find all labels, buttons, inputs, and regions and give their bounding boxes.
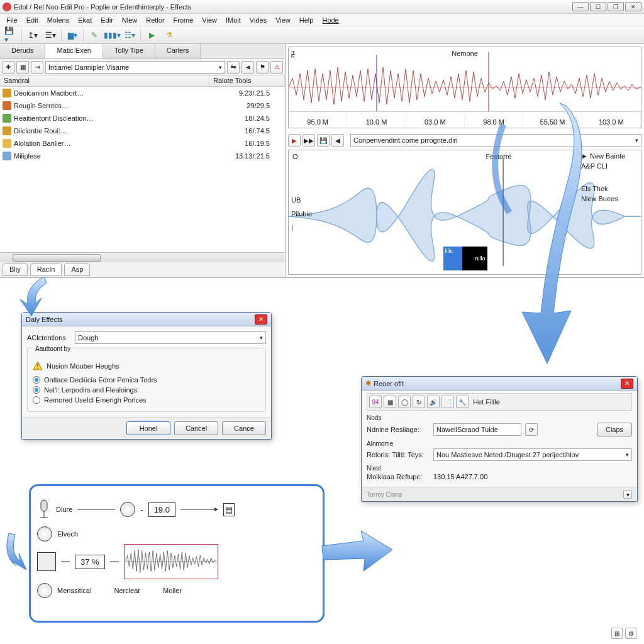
flask-icon[interactable]: ⚗ [162, 28, 176, 42]
cance-button[interactable]: Cance [222, 421, 266, 435]
cancel-button[interactable]: Cancel [174, 421, 218, 435]
menu-retlor[interactable]: Retlor [142, 15, 168, 25]
menubar: File Edit Molens Ekat Edir Nlew Retlor F… [0, 14, 644, 26]
menu-view2[interactable]: View [272, 15, 294, 25]
time-ruler[interactable]: 95.0 M10.0 M03.0 M98.0 M55,50 M103.0 M [289, 111, 641, 128]
col-samdral[interactable]: Samdral [0, 75, 209, 86]
tool-wrench-icon[interactable]: 🔧 [456, 396, 469, 408]
percent-value[interactable]: 37 % [75, 555, 105, 569]
gain-knob[interactable] [120, 502, 135, 517]
prev-button[interactable]: ◄ [242, 61, 254, 74]
tab-matic-exen[interactable]: Matic Exen [45, 44, 103, 58]
menu-hode[interactable]: Hode [318, 15, 342, 25]
menu-help[interactable]: Help [296, 15, 318, 25]
elvech-knob[interactable] [37, 526, 52, 541]
svg-text:!: ! [36, 362, 38, 370]
close-icon[interactable]: ✕ [621, 379, 633, 389]
claps-button[interactable]: Claps [597, 423, 632, 436]
tab-carlers[interactable]: Carlers [155, 44, 201, 58]
tab-tolly-tipe[interactable]: Tolly Tipe [103, 44, 155, 58]
tab-racin[interactable]: RacIn [30, 264, 62, 276]
list-item[interactable]: Reaitientont Discleation…18/.24.5 [0, 112, 285, 125]
tab-deruds[interactable]: Deruds [0, 44, 45, 58]
loop-button[interactable]: ⇆ [227, 61, 240, 74]
flag-button[interactable]: ⚑ [256, 61, 269, 74]
rewind-button[interactable]: ◀ [331, 134, 344, 147]
save-preset-button[interactable]: 💾 [317, 134, 330, 147]
menu-molens[interactable]: Molens [43, 15, 73, 25]
list-item[interactable]: Deoicanion Macibort…9.23/.21.5 [0, 87, 285, 99]
tool-img-icon[interactable]: ▦ [384, 396, 396, 408]
col-ralote[interactable]: Ralote Tools [209, 75, 285, 86]
mens-knob[interactable] [37, 583, 52, 598]
grid-icon[interactable]: ⊞ [611, 628, 623, 639]
indent-button[interactable]: ⇥ [31, 61, 43, 74]
add-button[interactable]: ✚ [2, 61, 14, 74]
expand-button[interactable]: ▾ [623, 490, 632, 499]
gain-value[interactable]: 19.0 [148, 502, 175, 517]
refresh-field-button[interactable]: ⟳ [525, 423, 538, 436]
tab-asp[interactable]: Asp [64, 264, 90, 276]
save-icon[interactable]: 💾▾ [4, 28, 18, 42]
label-reloris: Reloris: Tiliti: Teys: [367, 451, 430, 458]
ok-button[interactable]: Honel [126, 421, 170, 435]
align-button[interactable]: ▦ [16, 61, 29, 74]
maximize-button[interactable]: ☐ [590, 2, 606, 11]
tool-list-icon[interactable]: ☰▾ [43, 28, 57, 42]
tool-doc-icon[interactable]: 📄 [441, 396, 454, 408]
label-nlest: Nlest [367, 465, 632, 472]
tab-bliy[interactable]: Bliy [3, 264, 28, 276]
actions-select[interactable]: Dough [75, 331, 266, 344]
menu-ekat[interactable]: Ekat [74, 15, 96, 25]
menu-nlew[interactable]: Nlew [118, 15, 141, 25]
menu-frome[interactable]: Frome [170, 15, 197, 25]
label-nods: Nods [367, 414, 632, 421]
side-apcli[interactable]: A&P CLI [581, 161, 641, 171]
waveform-view[interactable]: Hz Nemone 95.0 M10.0 M03.0 M98.0 M55,50 … [288, 47, 641, 128]
tool-up-icon[interactable]: ↥▾ [26, 28, 40, 42]
forward-button[interactable]: ▶▶ [303, 134, 315, 147]
h-scrollbar[interactable] [0, 252, 285, 262]
resilage-field[interactable]: NawellScraod Tuide [433, 423, 521, 436]
tool-94-icon[interactable]: 94 [369, 396, 382, 408]
menu-view[interactable]: View [198, 15, 221, 25]
dialog-title: Daly Effects [26, 316, 63, 323]
processor-icon[interactable] [37, 552, 56, 571]
menu-imoit[interactable]: IMoit [222, 15, 245, 25]
bars-icon[interactable]: ▮▮▮▾ [105, 28, 119, 42]
list-item[interactable]: Reugin Serrecs…29/29.5 [0, 99, 285, 112]
side-etsnek[interactable]: Els Thek [581, 184, 641, 194]
minimap[interactable]: lilicnillo [443, 247, 487, 270]
folder-icon[interactable]: ▆▾ [65, 28, 79, 42]
list-item[interactable]: Diiclonbe Roui:…16/.74.5 [0, 125, 285, 137]
menu-vides[interactable]: Vides [246, 15, 270, 25]
play-icon[interactable]: ▶ [145, 28, 158, 42]
radio-option-2[interactable]: Net'l: Lerpodirs and Flealoings [33, 386, 260, 394]
tool-speaker-icon[interactable]: 🔊 [427, 396, 440, 408]
radio-option-3[interactable]: Remored UseIcl Emerigh Porices [33, 396, 260, 404]
list-item[interactable]: Alolation Banlier…16/.19.5 [0, 137, 285, 150]
pen-icon[interactable]: ✎ [87, 28, 101, 42]
tool-circle-icon[interactable]: ◯ [398, 396, 411, 408]
settings-icon[interactable]: ⚙ [625, 628, 636, 639]
fieldset-legend: Aauttoont by [33, 345, 73, 352]
stack-icon[interactable]: ☷▾ [123, 28, 136, 42]
side-new-bainte[interactable]: New Bainte [590, 152, 625, 160]
list-item[interactable]: Miliplese13.13/.21.5 [0, 150, 285, 162]
reloris-select[interactable]: Nou Mastiesve Neted /Drugest 27 perlject… [433, 448, 632, 461]
close-icon[interactable]: ✕ [255, 314, 267, 325]
minimize-button[interactable]: — [572, 2, 589, 11]
restore-button[interactable]: ❐ [608, 2, 624, 11]
close-button[interactable]: ✕ [625, 2, 641, 11]
menu-edit[interactable]: Edit [23, 15, 42, 25]
preset-combo[interactable]: Conpenvendint.come prrognte.din [350, 134, 641, 147]
label-act: AClctentions [27, 334, 71, 341]
menu-edir[interactable]: Edir [97, 15, 117, 25]
alert-icon[interactable]: ⚠ [270, 61, 283, 74]
radio-option-1[interactable]: Ontlace Declücia Edror Ponica Todrs [33, 376, 260, 384]
side-nbuees[interactable]: Nlew Buees [581, 194, 641, 204]
tool-refresh-icon[interactable]: ↻ [413, 396, 425, 408]
project-combo[interactable]: Intiamel Dannipler Visame [45, 61, 225, 74]
play-button[interactable]: ▶ [288, 134, 301, 147]
menu-file[interactable]: File [3, 15, 21, 25]
